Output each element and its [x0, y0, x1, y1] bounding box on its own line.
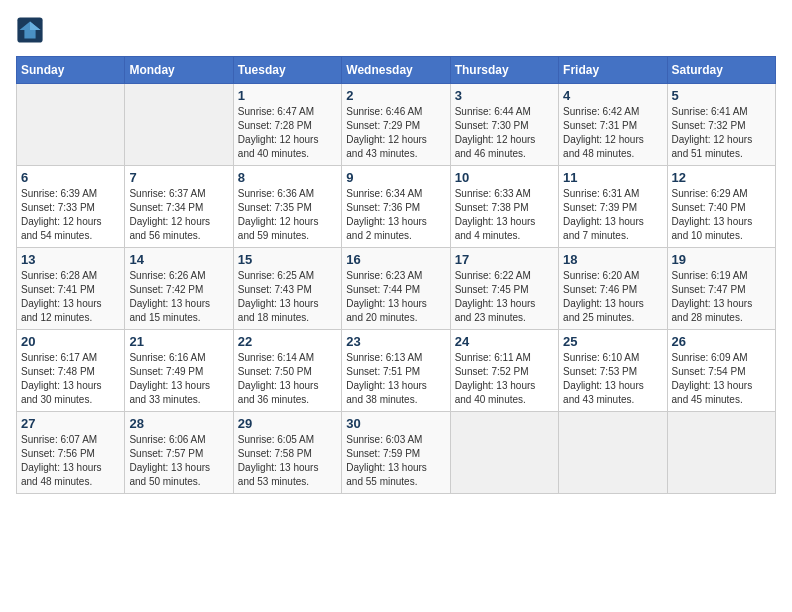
day-info: Sunrise: 6:39 AM Sunset: 7:33 PM Dayligh…	[21, 187, 120, 243]
day-info: Sunrise: 6:36 AM Sunset: 7:35 PM Dayligh…	[238, 187, 337, 243]
calendar-cell: 4Sunrise: 6:42 AM Sunset: 7:31 PM Daylig…	[559, 84, 667, 166]
day-info: Sunrise: 6:29 AM Sunset: 7:40 PM Dayligh…	[672, 187, 771, 243]
day-number: 15	[238, 252, 337, 267]
day-info: Sunrise: 6:34 AM Sunset: 7:36 PM Dayligh…	[346, 187, 445, 243]
day-number: 2	[346, 88, 445, 103]
calendar-cell: 18Sunrise: 6:20 AM Sunset: 7:46 PM Dayli…	[559, 248, 667, 330]
day-info: Sunrise: 6:09 AM Sunset: 7:54 PM Dayligh…	[672, 351, 771, 407]
day-info: Sunrise: 6:05 AM Sunset: 7:58 PM Dayligh…	[238, 433, 337, 489]
day-number: 28	[129, 416, 228, 431]
day-info: Sunrise: 6:10 AM Sunset: 7:53 PM Dayligh…	[563, 351, 662, 407]
logo	[16, 16, 48, 44]
calendar-cell: 8Sunrise: 6:36 AM Sunset: 7:35 PM Daylig…	[233, 166, 341, 248]
calendar-cell: 16Sunrise: 6:23 AM Sunset: 7:44 PM Dayli…	[342, 248, 450, 330]
calendar-cell: 2Sunrise: 6:46 AM Sunset: 7:29 PM Daylig…	[342, 84, 450, 166]
day-info: Sunrise: 6:20 AM Sunset: 7:46 PM Dayligh…	[563, 269, 662, 325]
day-number: 26	[672, 334, 771, 349]
day-info: Sunrise: 6:37 AM Sunset: 7:34 PM Dayligh…	[129, 187, 228, 243]
calendar-cell: 23Sunrise: 6:13 AM Sunset: 7:51 PM Dayli…	[342, 330, 450, 412]
calendar-cell: 15Sunrise: 6:25 AM Sunset: 7:43 PM Dayli…	[233, 248, 341, 330]
day-info: Sunrise: 6:13 AM Sunset: 7:51 PM Dayligh…	[346, 351, 445, 407]
day-info: Sunrise: 6:22 AM Sunset: 7:45 PM Dayligh…	[455, 269, 554, 325]
calendar-cell: 29Sunrise: 6:05 AM Sunset: 7:58 PM Dayli…	[233, 412, 341, 494]
calendar-cell: 22Sunrise: 6:14 AM Sunset: 7:50 PM Dayli…	[233, 330, 341, 412]
calendar-week-row: 1Sunrise: 6:47 AM Sunset: 7:28 PM Daylig…	[17, 84, 776, 166]
day-info: Sunrise: 6:07 AM Sunset: 7:56 PM Dayligh…	[21, 433, 120, 489]
day-number: 19	[672, 252, 771, 267]
day-info: Sunrise: 6:14 AM Sunset: 7:50 PM Dayligh…	[238, 351, 337, 407]
day-info: Sunrise: 6:33 AM Sunset: 7:38 PM Dayligh…	[455, 187, 554, 243]
col-header-friday: Friday	[559, 57, 667, 84]
calendar-cell: 5Sunrise: 6:41 AM Sunset: 7:32 PM Daylig…	[667, 84, 775, 166]
col-header-monday: Monday	[125, 57, 233, 84]
day-info: Sunrise: 6:11 AM Sunset: 7:52 PM Dayligh…	[455, 351, 554, 407]
day-number: 13	[21, 252, 120, 267]
day-info: Sunrise: 6:47 AM Sunset: 7:28 PM Dayligh…	[238, 105, 337, 161]
header	[16, 16, 776, 44]
calendar-week-row: 13Sunrise: 6:28 AM Sunset: 7:41 PM Dayli…	[17, 248, 776, 330]
day-number: 29	[238, 416, 337, 431]
day-number: 5	[672, 88, 771, 103]
day-number: 7	[129, 170, 228, 185]
day-number: 23	[346, 334, 445, 349]
calendar-cell: 9Sunrise: 6:34 AM Sunset: 7:36 PM Daylig…	[342, 166, 450, 248]
day-number: 11	[563, 170, 662, 185]
col-header-saturday: Saturday	[667, 57, 775, 84]
day-info: Sunrise: 6:25 AM Sunset: 7:43 PM Dayligh…	[238, 269, 337, 325]
day-number: 17	[455, 252, 554, 267]
col-header-wednesday: Wednesday	[342, 57, 450, 84]
day-info: Sunrise: 6:26 AM Sunset: 7:42 PM Dayligh…	[129, 269, 228, 325]
day-info: Sunrise: 6:44 AM Sunset: 7:30 PM Dayligh…	[455, 105, 554, 161]
day-info: Sunrise: 6:19 AM Sunset: 7:47 PM Dayligh…	[672, 269, 771, 325]
calendar-table: SundayMondayTuesdayWednesdayThursdayFrid…	[16, 56, 776, 494]
calendar-cell	[17, 84, 125, 166]
day-number: 25	[563, 334, 662, 349]
calendar-week-row: 27Sunrise: 6:07 AM Sunset: 7:56 PM Dayli…	[17, 412, 776, 494]
day-number: 3	[455, 88, 554, 103]
calendar-cell: 30Sunrise: 6:03 AM Sunset: 7:59 PM Dayli…	[342, 412, 450, 494]
calendar-cell: 27Sunrise: 6:07 AM Sunset: 7:56 PM Dayli…	[17, 412, 125, 494]
calendar-cell: 6Sunrise: 6:39 AM Sunset: 7:33 PM Daylig…	[17, 166, 125, 248]
calendar-cell: 26Sunrise: 6:09 AM Sunset: 7:54 PM Dayli…	[667, 330, 775, 412]
day-number: 30	[346, 416, 445, 431]
calendar-cell: 19Sunrise: 6:19 AM Sunset: 7:47 PM Dayli…	[667, 248, 775, 330]
calendar-cell	[559, 412, 667, 494]
day-number: 22	[238, 334, 337, 349]
calendar-week-row: 6Sunrise: 6:39 AM Sunset: 7:33 PM Daylig…	[17, 166, 776, 248]
calendar-cell: 12Sunrise: 6:29 AM Sunset: 7:40 PM Dayli…	[667, 166, 775, 248]
day-number: 20	[21, 334, 120, 349]
calendar-cell	[125, 84, 233, 166]
day-info: Sunrise: 6:46 AM Sunset: 7:29 PM Dayligh…	[346, 105, 445, 161]
calendar-week-row: 20Sunrise: 6:17 AM Sunset: 7:48 PM Dayli…	[17, 330, 776, 412]
day-number: 6	[21, 170, 120, 185]
calendar-cell: 20Sunrise: 6:17 AM Sunset: 7:48 PM Dayli…	[17, 330, 125, 412]
calendar-cell: 3Sunrise: 6:44 AM Sunset: 7:30 PM Daylig…	[450, 84, 558, 166]
calendar-cell: 21Sunrise: 6:16 AM Sunset: 7:49 PM Dayli…	[125, 330, 233, 412]
col-header-sunday: Sunday	[17, 57, 125, 84]
col-header-thursday: Thursday	[450, 57, 558, 84]
day-number: 12	[672, 170, 771, 185]
day-number: 21	[129, 334, 228, 349]
day-info: Sunrise: 6:17 AM Sunset: 7:48 PM Dayligh…	[21, 351, 120, 407]
day-number: 14	[129, 252, 228, 267]
calendar-cell: 7Sunrise: 6:37 AM Sunset: 7:34 PM Daylig…	[125, 166, 233, 248]
day-number: 27	[21, 416, 120, 431]
day-number: 16	[346, 252, 445, 267]
day-number: 10	[455, 170, 554, 185]
calendar-cell: 17Sunrise: 6:22 AM Sunset: 7:45 PM Dayli…	[450, 248, 558, 330]
logo-icon	[16, 16, 44, 44]
calendar-cell: 25Sunrise: 6:10 AM Sunset: 7:53 PM Dayli…	[559, 330, 667, 412]
calendar-header-row: SundayMondayTuesdayWednesdayThursdayFrid…	[17, 57, 776, 84]
day-number: 18	[563, 252, 662, 267]
day-number: 1	[238, 88, 337, 103]
calendar-cell: 24Sunrise: 6:11 AM Sunset: 7:52 PM Dayli…	[450, 330, 558, 412]
day-info: Sunrise: 6:31 AM Sunset: 7:39 PM Dayligh…	[563, 187, 662, 243]
calendar-cell: 13Sunrise: 6:28 AM Sunset: 7:41 PM Dayli…	[17, 248, 125, 330]
calendar-cell: 11Sunrise: 6:31 AM Sunset: 7:39 PM Dayli…	[559, 166, 667, 248]
day-info: Sunrise: 6:42 AM Sunset: 7:31 PM Dayligh…	[563, 105, 662, 161]
day-info: Sunrise: 6:06 AM Sunset: 7:57 PM Dayligh…	[129, 433, 228, 489]
day-number: 9	[346, 170, 445, 185]
calendar-cell: 14Sunrise: 6:26 AM Sunset: 7:42 PM Dayli…	[125, 248, 233, 330]
calendar-cell: 10Sunrise: 6:33 AM Sunset: 7:38 PM Dayli…	[450, 166, 558, 248]
calendar-cell	[450, 412, 558, 494]
